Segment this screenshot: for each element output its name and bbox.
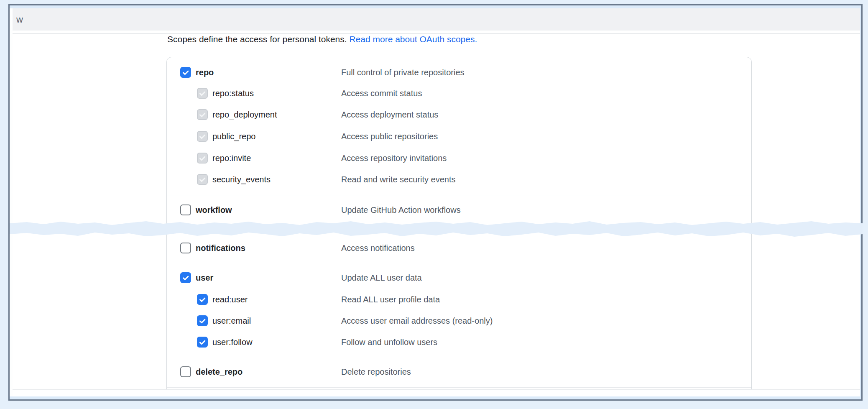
scope-checkbox-repo-deployment[interactable]	[197, 109, 208, 120]
scope-checkbox-repo[interactable]	[180, 67, 191, 78]
scope-label-security-events[interactable]: security_events	[212, 169, 271, 190]
top-input-bar[interactable]: w	[13, 8, 860, 31]
scope-description: Full control of private repositories	[341, 61, 465, 83]
scope-row-delete-repo: delete_repo Delete repositories	[167, 361, 751, 383]
check-icon	[199, 317, 206, 325]
oauth-scopes-link[interactable]: Read more about OAuth scopes.	[349, 34, 477, 44]
scope-description: Update GitHub Action workflows	[341, 199, 461, 221]
scope-description: Access commit status	[341, 82, 422, 104]
check-icon	[182, 274, 189, 282]
check-icon	[199, 176, 206, 184]
scope-description: Access notifications	[341, 237, 415, 259]
scope-label-repo-invite[interactable]: repo:invite	[212, 147, 251, 169]
check-icon	[199, 339, 206, 346]
scope-label-user[interactable]: user	[196, 267, 213, 289]
scope-label-user-follow[interactable]: user:follow	[212, 331, 253, 353]
scope-checkbox-public-repo[interactable]	[197, 131, 208, 142]
scope-checkbox-security-events[interactable]	[197, 174, 208, 185]
scope-checkbox-workflow[interactable]	[180, 204, 191, 215]
check-icon	[199, 111, 206, 119]
scope-row-read-user: read:user Read ALL user profile data	[167, 289, 751, 310]
scope-description: Read ALL user profile data	[341, 289, 440, 310]
scope-description: Access user email addresses (read-only)	[341, 310, 493, 332]
scope-label-public-repo[interactable]: public_repo	[212, 125, 255, 147]
top-input-value: w	[16, 8, 23, 31]
scope-description: Delete repositories	[341, 361, 411, 383]
scope-row-notifications: notifications Access notifications	[167, 237, 751, 259]
group-divider	[167, 387, 751, 388]
scope-checkbox-user-follow[interactable]	[197, 337, 208, 348]
torn-stitch-band	[10, 220, 863, 238]
scope-description: Read and write security events	[341, 169, 455, 190]
group-divider	[167, 357, 751, 357]
screenshot-stage: w Scopes define the access for personal …	[0, 0, 868, 409]
scope-label-repo-status[interactable]: repo:status	[212, 82, 254, 104]
scope-row-security-events: security_events Read and write security …	[167, 169, 751, 190]
scope-description: Access public repositories	[341, 125, 438, 147]
scope-checkbox-notifications[interactable]	[180, 243, 191, 253]
content-cutoff-gap	[13, 390, 860, 396]
header-divider	[13, 33, 860, 34]
scope-row-user: user Update ALL user data	[167, 267, 751, 289]
scope-checkbox-user-email[interactable]	[197, 315, 208, 326]
check-icon	[199, 296, 206, 304]
scope-label-delete-repo[interactable]: delete_repo	[196, 361, 243, 383]
scope-label-notifications[interactable]: notifications	[196, 237, 245, 259]
scope-row-user-email: user:email Access user email addresses (…	[167, 310, 751, 332]
scope-row-public-repo: public_repo Access public repositories	[167, 125, 751, 147]
scope-row-user-follow: user:follow Follow and unfollow users	[167, 331, 751, 353]
scope-row-repo-status: repo:status Access commit status	[167, 82, 751, 104]
scope-label-read-user[interactable]: read:user	[212, 289, 248, 310]
check-icon	[182, 69, 189, 77]
scope-checkbox-repo-status[interactable]	[197, 88, 208, 99]
left-margin-strip	[10, 8, 13, 396]
scope-description: Access repository invitations	[341, 147, 447, 169]
scopes-intro-text: Scopes define the access for personal to…	[167, 34, 349, 44]
check-icon	[199, 90, 206, 97]
scope-row-repo: repo Full control of private repositorie…	[167, 61, 751, 83]
scope-label-workflow[interactable]: workflow	[196, 199, 232, 221]
scope-checkbox-repo-invite[interactable]	[197, 153, 208, 164]
check-icon	[199, 155, 206, 162]
scope-description: Update ALL user data	[341, 267, 422, 289]
group-divider	[167, 262, 751, 262]
scope-label-user-email[interactable]: user:email	[212, 310, 251, 332]
scopes-intro: Scopes define the access for personal to…	[167, 34, 477, 44]
scope-checkbox-delete-repo[interactable]	[180, 366, 191, 377]
scope-checkbox-user[interactable]	[180, 272, 191, 283]
scope-row-repo-deployment: repo_deployment Access deployment status	[167, 104, 751, 125]
scope-description: Follow and unfollow users	[341, 331, 437, 353]
group-divider	[167, 195, 751, 195]
check-icon	[199, 133, 206, 141]
page-panel: w Scopes define the access for personal …	[13, 8, 860, 396]
scope-label-repo-deployment[interactable]: repo_deployment	[212, 104, 277, 125]
scope-row-repo-invite: repo:invite Access repository invitation…	[167, 147, 751, 169]
scope-description: Access deployment status	[341, 104, 438, 125]
scope-checkbox-read-user[interactable]	[197, 294, 208, 305]
scope-label-repo[interactable]: repo	[196, 61, 214, 83]
scope-row-workflow: workflow Update GitHub Action workflows	[167, 199, 751, 221]
